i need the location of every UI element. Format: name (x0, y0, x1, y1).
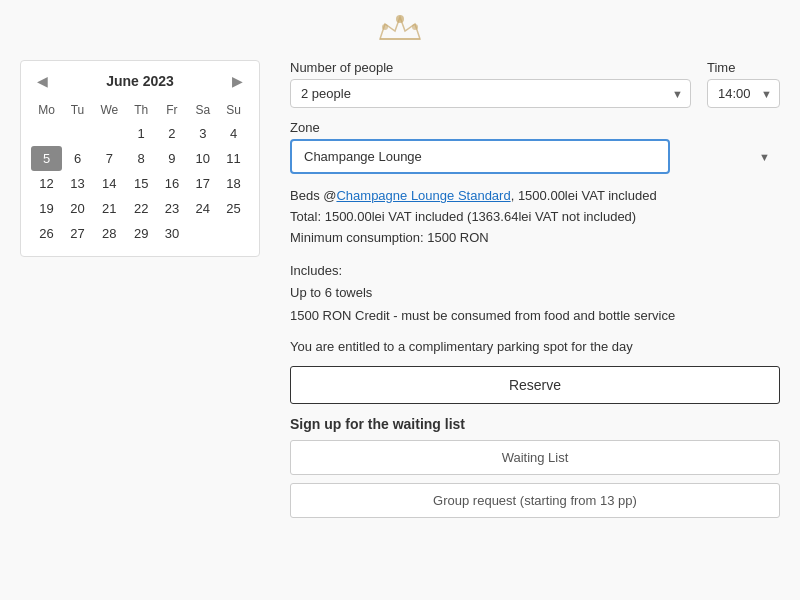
weekday-header: Th (126, 99, 157, 121)
calendar-day[interactable]: 18 (218, 171, 249, 196)
time-select-wrapper: 12:0013:0014:0015:0016:00 ▼ (707, 79, 780, 108)
zone-select-wrapper: Champange LoungeVIP AreaPoolside ▼ (290, 139, 780, 174)
right-panel: Number of people 1 person2 people3 peopl… (290, 60, 780, 518)
zone-select-arrow: ▼ (759, 151, 770, 163)
people-label: Number of people (290, 60, 691, 75)
calendar-day[interactable]: 5 (31, 146, 62, 171)
prev-month-button[interactable]: ◀ (31, 71, 54, 91)
calendar-day[interactable]: 20 (62, 196, 93, 221)
calendar-day[interactable]: 14 (93, 171, 126, 196)
calendar-day[interactable]: 6 (62, 146, 93, 171)
weekday-header: Mo (31, 99, 62, 121)
calendar-day[interactable]: 22 (126, 196, 157, 221)
calendar-day[interactable]: 7 (93, 146, 126, 171)
calendar: ◀ June 2023 ▶ MoTuWeThFrSaSu 12345678910… (20, 60, 260, 257)
logo-icon (375, 9, 425, 51)
waiting-list-button[interactable]: Waiting List (290, 440, 780, 475)
includes-header: Includes: (290, 263, 342, 278)
group-request-button[interactable]: Group request (starting from 13 pp) (290, 483, 780, 518)
calendar-day[interactable]: 25 (218, 196, 249, 221)
calendar-day[interactable]: 28 (93, 221, 126, 246)
calendar-day[interactable]: 4 (218, 121, 249, 146)
time-field-group: Time 12:0013:0014:0015:0016:00 ▼ (707, 60, 780, 108)
total-line: Total: 1500.00lei VAT included (1363.64l… (290, 209, 636, 224)
zone-select[interactable]: Champange LoungeVIP AreaPoolside (290, 139, 670, 174)
calendar-day[interactable]: 23 (157, 196, 188, 221)
calendar-day (187, 221, 218, 246)
calendar-day[interactable]: 1 (126, 121, 157, 146)
people-select[interactable]: 1 person2 people3 people4 people5 people… (290, 79, 691, 108)
weekday-header: Su (218, 99, 249, 121)
calendar-day (31, 121, 62, 146)
calendar-day[interactable]: 21 (93, 196, 126, 221)
min-consumption: Minimum consumption: 1500 RON (290, 230, 489, 245)
calendar-day[interactable]: 8 (126, 146, 157, 171)
calendar-day[interactable]: 19 (31, 196, 62, 221)
next-month-button[interactable]: ▶ (226, 71, 249, 91)
calendar-day (93, 121, 126, 146)
calendar-day[interactable]: 26 (31, 221, 62, 246)
waiting-section: Sign up for the waiting list Waiting Lis… (290, 416, 780, 518)
calendar-grid: MoTuWeThFrSaSu 1234567891011121314151617… (31, 99, 249, 246)
calendar-day (218, 221, 249, 246)
calendar-day[interactable]: 11 (218, 146, 249, 171)
people-field-group: Number of people 1 person2 people3 peopl… (290, 60, 691, 108)
zone-label: Zone (290, 120, 780, 135)
calendar-day (62, 121, 93, 146)
includes-block: Includes: Up to 6 towels 1500 RON Credit… (290, 260, 780, 326)
includes-item2: 1500 RON Credit - must be consumed from … (290, 308, 675, 323)
calendar-day[interactable]: 9 (157, 146, 188, 171)
calendar-title: June 2023 (106, 73, 174, 89)
beds-text: Beds @ (290, 188, 336, 203)
time-label: Time (707, 60, 780, 75)
waiting-title: Sign up for the waiting list (290, 416, 780, 432)
calendar-day[interactable]: 15 (126, 171, 157, 196)
calendar-day[interactable]: 2 (157, 121, 188, 146)
weekday-header: Sa (187, 99, 218, 121)
weekday-header: We (93, 99, 126, 121)
weekday-header: Tu (62, 99, 93, 121)
beds-suffix: , 1500.00lei VAT included (511, 188, 657, 203)
zone-field-group: Zone Champange LoungeVIP AreaPoolside ▼ (290, 120, 780, 174)
calendar-day[interactable]: 17 (187, 171, 218, 196)
calendar-day[interactable]: 12 (31, 171, 62, 196)
includes-item1: Up to 6 towels (290, 285, 372, 300)
booking-info: Beds @Champagne Lounge Standard, 1500.00… (290, 186, 780, 248)
calendar-day[interactable]: 10 (187, 146, 218, 171)
calendar-day[interactable]: 24 (187, 196, 218, 221)
calendar-day[interactable]: 27 (62, 221, 93, 246)
calendar-day[interactable]: 30 (157, 221, 188, 246)
calendar-day[interactable]: 16 (157, 171, 188, 196)
calendar-day[interactable]: 3 (187, 121, 218, 146)
calendar-day[interactable]: 13 (62, 171, 93, 196)
people-select-wrapper: 1 person2 people3 people4 people5 people… (290, 79, 691, 108)
parking-text: You are entitled to a complimentary park… (290, 339, 780, 354)
calendar-day[interactable]: 29 (126, 221, 157, 246)
weekday-header: Fr (157, 99, 188, 121)
reserve-button[interactable]: Reserve (290, 366, 780, 404)
highlighted-link[interactable]: Champagne Lounge Standard (336, 188, 510, 203)
logo (370, 10, 430, 50)
time-select[interactable]: 12:0013:0014:0015:0016:00 (707, 79, 780, 108)
